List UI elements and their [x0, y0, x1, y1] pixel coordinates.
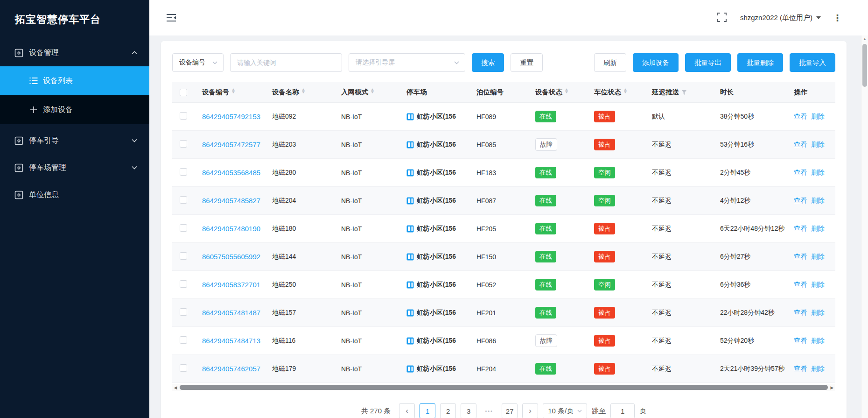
- delete-link[interactable]: 删除: [811, 168, 825, 177]
- batch-delete-button[interactable]: 批量删除: [737, 53, 783, 72]
- view-link[interactable]: 查看: [794, 168, 807, 177]
- col-device-status[interactable]: 设备状态▲▼: [535, 88, 594, 97]
- page-ellipsis[interactable]: •••: [481, 403, 497, 418]
- page-size-select[interactable]: 10 条/页: [543, 403, 587, 418]
- row-checkbox[interactable]: [180, 168, 187, 176]
- sort-icon[interactable]: ▲▼: [301, 90, 305, 95]
- sort-icon[interactable]: ▲▼: [231, 90, 235, 95]
- device-id-cell: 864294057484713: [202, 337, 272, 345]
- page-button-3[interactable]: 3: [461, 403, 476, 418]
- batch-import-button[interactable]: 批量导入: [790, 53, 835, 72]
- row-checkbox[interactable]: [180, 280, 187, 288]
- col-berth: 泊位编号: [476, 88, 535, 97]
- sort-icon[interactable]: ▲▼: [623, 90, 627, 95]
- reset-button[interactable]: 重置: [511, 53, 543, 72]
- sidebar-item-lot-mgmt[interactable]: 停车场管理: [0, 154, 149, 181]
- col-delay-push[interactable]: 延迟推送: [652, 88, 720, 97]
- view-link[interactable]: 查看: [794, 336, 807, 345]
- fullscreen-icon[interactable]: [717, 12, 728, 23]
- delete-link[interactable]: 删除: [811, 280, 825, 289]
- h-scroll-thumb[interactable]: [180, 385, 828, 390]
- duration: 52分钟20秒: [720, 336, 794, 346]
- menu-fold-icon[interactable]: [165, 12, 177, 24]
- jump-page-input[interactable]: [610, 403, 635, 418]
- col-device-id[interactable]: 设备编号▲▼: [202, 88, 272, 97]
- sort-icon[interactable]: ▲▼: [371, 90, 374, 95]
- vertical-scrollbar[interactable]: ▲: [861, 35, 868, 418]
- row-checkbox[interactable]: [180, 140, 187, 148]
- refresh-button[interactable]: 刷新: [594, 53, 626, 72]
- device-id-link[interactable]: 864294057484713: [202, 337, 260, 345]
- sidebar-item-add-device[interactable]: 添加设备: [0, 95, 149, 124]
- select-all-checkbox[interactable]: [180, 89, 187, 96]
- col-slot-status[interactable]: 车位状态▲▼: [594, 88, 652, 97]
- search-button[interactable]: 搜索: [472, 53, 504, 72]
- page-button-1[interactable]: 1: [420, 403, 435, 418]
- device-id-link[interactable]: 860575055605992: [202, 253, 260, 261]
- row-checkbox[interactable]: [180, 336, 187, 344]
- horizontal-scrollbar[interactable]: ◀ ▶: [172, 384, 835, 391]
- sidebar-item-parking-guide[interactable]: 停车引导: [0, 127, 149, 154]
- batch-export-button[interactable]: 批量导出: [685, 53, 731, 72]
- delete-link[interactable]: 删除: [811, 252, 825, 261]
- scroll-right-icon[interactable]: ▶: [829, 385, 835, 390]
- page-button-27[interactable]: 27: [502, 403, 518, 418]
- device-id-link[interactable]: 864294057462057: [202, 365, 260, 373]
- device-id-link[interactable]: 864294057485827: [202, 197, 260, 205]
- row-checkbox[interactable]: [180, 252, 187, 260]
- view-link[interactable]: 查看: [794, 280, 807, 289]
- next-page-button[interactable]: ›: [522, 403, 538, 418]
- row-checkbox[interactable]: [180, 364, 187, 372]
- device-id-cell: 864294057472577: [202, 141, 272, 149]
- view-link[interactable]: 查看: [794, 364, 807, 373]
- delete-link[interactable]: 删除: [811, 196, 825, 205]
- parking-lot-name: 虹纺小区(156: [417, 113, 456, 121]
- sort-icon[interactable]: ▲▼: [565, 90, 568, 95]
- device-id-link[interactable]: 864294053568485: [202, 169, 260, 177]
- sidebar-item-device-list[interactable]: 设备列表: [0, 66, 149, 95]
- guide-screen-select[interactable]: 请选择引导屏: [349, 53, 465, 72]
- delete-link[interactable]: 删除: [811, 140, 825, 149]
- view-link[interactable]: 查看: [794, 308, 807, 317]
- search-field-select[interactable]: 设备编号: [172, 53, 224, 72]
- table-row: 864294057492153地磁092NB-IoT虹纺小区(156HF089在…: [172, 103, 835, 131]
- row-checkbox[interactable]: [180, 308, 187, 316]
- v-scroll-thumb[interactable]: [862, 44, 867, 87]
- view-link[interactable]: 查看: [794, 140, 807, 149]
- row-checkbox[interactable]: [180, 112, 187, 120]
- parking-lot: 虹纺小区(156: [406, 197, 476, 205]
- view-link[interactable]: 查看: [794, 196, 807, 205]
- device-id-link[interactable]: 864294057472577: [202, 141, 260, 149]
- row-checkbox[interactable]: [180, 196, 187, 204]
- sidebar-item-unit-info[interactable]: 单位信息: [0, 181, 149, 208]
- keyword-input[interactable]: [237, 59, 335, 66]
- user-menu[interactable]: shzgzn2022 (单位用户): [740, 14, 821, 22]
- view-link[interactable]: 查看: [794, 252, 807, 261]
- delete-link[interactable]: 删除: [811, 112, 825, 121]
- scroll-up-icon[interactable]: ▲: [861, 35, 868, 41]
- device-id-link[interactable]: 864294057492153: [202, 113, 260, 120]
- device-status-badge: 在线: [535, 251, 556, 263]
- add-device-button[interactable]: 添加设备: [633, 53, 679, 72]
- view-link[interactable]: 查看: [794, 224, 807, 233]
- device-id-link[interactable]: 864294058372701: [202, 281, 260, 289]
- actions-cell: 查看删除: [794, 364, 835, 373]
- delay-push: 不延迟: [652, 141, 720, 149]
- page-button-2[interactable]: 2: [440, 403, 456, 418]
- scroll-left-icon[interactable]: ◀: [172, 385, 179, 390]
- filter-funnel-icon[interactable]: [681, 90, 687, 95]
- delete-link[interactable]: 删除: [811, 308, 825, 317]
- delete-link[interactable]: 删除: [811, 224, 825, 233]
- sidebar-item-device-mgmt[interactable]: 设备管理: [0, 39, 149, 66]
- prev-page-button[interactable]: ‹: [399, 403, 415, 418]
- delete-link[interactable]: 删除: [811, 364, 825, 373]
- view-link[interactable]: 查看: [794, 112, 807, 121]
- device-id-link[interactable]: 864294057481487: [202, 309, 260, 317]
- col-device-name[interactable]: 设备名称▲▼: [272, 88, 341, 97]
- col-network-mode[interactable]: 入网模式▲▼: [341, 88, 406, 97]
- more-options-icon[interactable]: ⋮: [833, 14, 842, 22]
- device-id-link[interactable]: 864294057480190: [202, 225, 260, 233]
- parking-lot-name: 虹纺小区(156: [417, 281, 456, 289]
- delete-link[interactable]: 删除: [811, 336, 825, 345]
- row-checkbox[interactable]: [180, 224, 187, 232]
